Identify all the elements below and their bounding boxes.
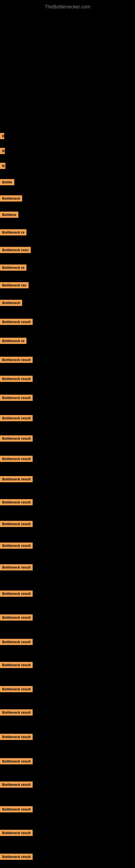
bottleneck-result-label: Bottleneck result [0, 590, 33, 597]
bottleneck-label-row: Bottleneck result [0, 435, 33, 443]
bottleneck-label-row: Bottleneck re [0, 338, 27, 345]
bottleneck-result-label: Bottleneck res [0, 282, 29, 288]
bottleneck-result-label: Bottleneck result [0, 542, 33, 549]
bottleneck-label-row: Bottleneck result [0, 456, 33, 463]
bottleneck-label-row: Bottleneck result [0, 357, 33, 364]
bottleneck-label-row: Bottleneck result [0, 830, 33, 837]
bottleneck-label-row: Bottleneck result [0, 806, 33, 813]
bottleneck-result-label: Bottlene [0, 212, 18, 218]
bottleneck-result-label: Bottleneck result [0, 854, 33, 860]
bottleneck-label-row: Bottleneck result [0, 564, 33, 571]
bottleneck-result-label: Bottle [0, 179, 14, 185]
bottleneck-result-label: Bottleneck result [0, 319, 33, 325]
bottleneck-label-row: B [0, 163, 5, 170]
bottleneck-result-label: Bottleneck result [0, 435, 33, 442]
bottleneck-result-label: Bottleneck result [0, 639, 33, 645]
bottleneck-result-label: Bottleneck result [0, 521, 33, 527]
bottleneck-result-label: Bottleneck result [0, 686, 33, 692]
bottleneck-result-label: Bottleneck result [0, 415, 33, 421]
bottleneck-label-row: Bottleneck result [0, 734, 33, 741]
bottleneck-label-row: Bottleneck result [0, 376, 33, 383]
bottleneck-label-row: Bottleneck result [0, 476, 33, 484]
bottleneck-result-label: Bottleneck result [0, 564, 33, 570]
bottleneck-label-row: Bottleneck resu [0, 247, 31, 254]
bottleneck-label-row: Bottleneck re [0, 265, 27, 272]
bottleneck-result-label: Bottleneck result [0, 781, 33, 788]
bottleneck-label-row: Bottleneck result [0, 662, 33, 669]
bottleneck-label-row: Bottleneck result [0, 781, 33, 789]
bottleneck-result-label: Bottleneck result [0, 734, 33, 740]
bottleneck-label-row: Bottleneck result [0, 639, 33, 646]
bottleneck-label-row: Bottleneck result [0, 395, 33, 402]
bottleneck-label-row: Bottleneck result [0, 319, 33, 326]
bottleneck-label-row: Bottleneck [0, 300, 22, 307]
bottleneck-label-row: Bottleneck re [0, 229, 27, 237]
bottleneck-result-label: Bottleneck result [0, 758, 33, 764]
bottleneck-label-row: Bottleneck result [0, 709, 33, 717]
bottleneck-label-row: Bottleneck result [0, 590, 33, 598]
bottleneck-result-label: Bottleneck result [0, 499, 33, 505]
bottleneck-label-row: Bottleneck result [0, 758, 33, 766]
bottleneck-result-label: Bottleneck [0, 195, 22, 202]
bottleneck-result-label: B [0, 148, 5, 154]
bottleneck-label-row: Bottleneck result [0, 614, 33, 622]
bottleneck-result-label: Bottleneck result [0, 806, 33, 812]
bottleneck-result-label: Bottleneck result [0, 395, 33, 401]
bottleneck-result-label: Bottleneck result [0, 476, 33, 482]
bottleneck-label-row: B [0, 133, 4, 140]
bottleneck-result-label: B [0, 163, 5, 169]
bottleneck-label-row: Bottleneck result [0, 499, 33, 506]
bottleneck-result-label: Bottleneck result [0, 357, 33, 363]
bottleneck-label-row: Bottleneck result [0, 415, 33, 422]
site-title: TheBottlenecker.com [0, 1, 135, 12]
bottleneck-result-label: Bottleneck result [0, 830, 33, 836]
bottleneck-result-label: Bottleneck result [0, 376, 33, 382]
bottleneck-result-label: Bottleneck re [0, 265, 27, 271]
bottleneck-result-label: Bottleneck result [0, 456, 33, 462]
bottleneck-label-row: Bottleneck [0, 195, 22, 203]
bottleneck-label-row: Bottleneck result [0, 686, 33, 693]
bottleneck-result-label: Bottleneck re [0, 338, 27, 344]
bottleneck-result-label: Bottleneck result [0, 709, 33, 716]
bottleneck-result-label: Bottleneck result [0, 662, 33, 668]
bottleneck-label-row: Bottleneck result [0, 521, 33, 528]
bottleneck-result-label: Bottleneck result [0, 614, 33, 621]
bottleneck-label-row: Bottleneck result [0, 854, 33, 861]
bottleneck-result-label: Bottleneck resu [0, 247, 31, 253]
bottleneck-label-row: Bottleneck result [0, 542, 33, 550]
bottleneck-label-row: Bottlene [0, 212, 18, 219]
bottleneck-result-label: Bottleneck [0, 300, 22, 306]
bottleneck-label-row: Bottleneck res [0, 282, 29, 289]
bottleneck-label-row: B [0, 148, 5, 155]
bottleneck-result-label: Bottleneck re [0, 229, 27, 236]
bottleneck-label-row: Bottle [0, 179, 14, 186]
bottleneck-result-label: B [0, 133, 4, 139]
